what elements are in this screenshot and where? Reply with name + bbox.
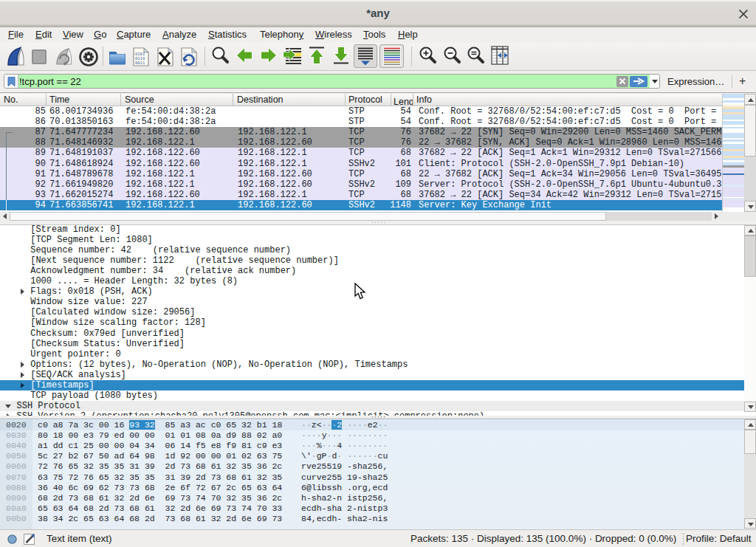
svg-text:0011: 0011 xyxy=(135,61,145,65)
